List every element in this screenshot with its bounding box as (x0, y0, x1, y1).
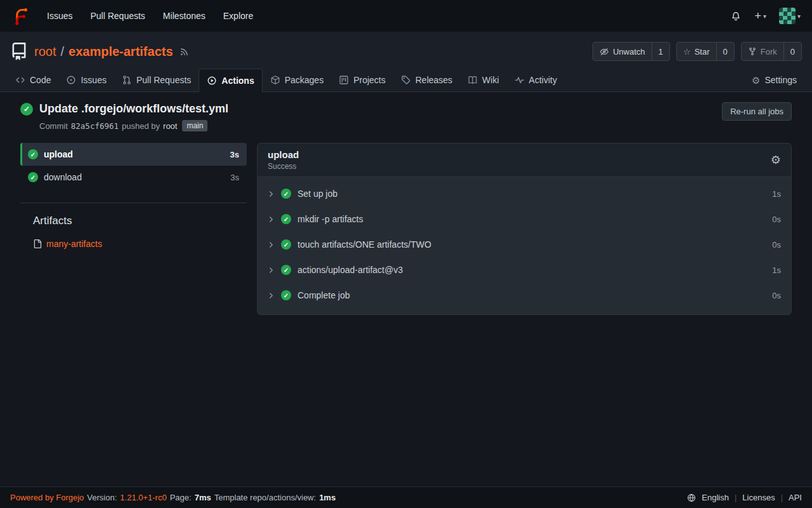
step-row[interactable]: ✓ touch artifacts/ONE artifacts/TWO 0s (258, 232, 791, 257)
navbar-item-milestones[interactable]: Milestones (163, 11, 206, 21)
job-success-icon: ✓ (28, 172, 38, 182)
job-success-icon: ✓ (28, 149, 38, 159)
star-button[interactable]: ☆ Star 0 (676, 42, 735, 61)
step-success-icon: ✓ (281, 265, 291, 275)
tab-wiki[interactable]: Wiki (460, 69, 506, 91)
forks-count[interactable]: 0 (783, 43, 801, 60)
chevron-right-icon (268, 267, 275, 274)
step-row[interactable]: ✓ Set up job 1s (258, 181, 791, 206)
licenses-link[interactable]: Licenses (742, 493, 775, 502)
step-duration: 0s (772, 291, 781, 300)
language-selector[interactable]: English (702, 493, 729, 502)
notifications-button[interactable] (730, 10, 742, 22)
steps-list: ✓ Set up job 1s ✓ mkdir -p artifacts 0s … (258, 177, 791, 314)
tab-releases[interactable]: Releases (393, 69, 460, 91)
pushed-by-label: pushed by (122, 121, 160, 131)
forgejo-logo[interactable] (11, 6, 30, 25)
repo-icon (10, 43, 28, 60)
top-navbar: Issues Pull Requests Milestones Explore … (0, 0, 812, 32)
step-label: Set up job (298, 189, 337, 199)
pull-request-icon (122, 75, 132, 85)
navbar-right: + ▾ ▾ (730, 8, 801, 24)
step-duration: 1s (772, 265, 781, 275)
tab-label: Actions (221, 76, 254, 86)
chevron-right-icon (268, 292, 275, 299)
run-success-icon: ✓ (20, 103, 33, 116)
rerun-all-jobs-button[interactable]: Re-run all jobs (722, 102, 792, 121)
user-menu[interactable]: ▾ (779, 8, 801, 24)
page-time-label: Page: (170, 493, 192, 502)
navbar-item-pull-requests[interactable]: Pull Requests (90, 11, 145, 21)
repo-tabs: Code Issues Pull Requests Actions Packag… (0, 69, 812, 92)
navbar-item-issues[interactable]: Issues (47, 11, 72, 21)
unwatch-button[interactable]: Unwatch 1 (593, 42, 670, 61)
tab-label: Wiki (482, 75, 499, 85)
tab-pull-requests[interactable]: Pull Requests (114, 69, 199, 91)
job-detail-name: upload (268, 149, 299, 160)
tab-projects[interactable]: Projects (331, 69, 393, 91)
step-row[interactable]: ✓ Complete job 0s (258, 283, 791, 308)
commit-author-link[interactable]: root (163, 121, 177, 131)
fork-label: Fork (761, 47, 777, 57)
commit-sha-link[interactable]: 82a5cf6961 (71, 121, 119, 131)
tab-actions[interactable]: Actions (199, 69, 262, 92)
tab-packages[interactable]: Packages (263, 69, 331, 91)
tab-issues[interactable]: Issues (58, 69, 114, 91)
fork-button[interactable]: Fork 0 (741, 42, 802, 61)
job-detail-status: Success (268, 162, 299, 171)
repo-name-link[interactable]: example-artifacts (69, 44, 173, 59)
issue-icon (66, 75, 76, 85)
watchers-count[interactable]: 1 (652, 43, 669, 60)
rss-icon[interactable] (180, 47, 189, 57)
unwatch-label: Unwatch (613, 47, 645, 57)
version-label: Version: (87, 493, 117, 502)
sidebar-divider (20, 203, 247, 203)
step-row[interactable]: ✓ mkdir -p artifacts 0s (258, 206, 791, 232)
job-row-download[interactable]: ✓ download 3s (20, 166, 247, 189)
job-options-gear-icon[interactable]: ⚙ (771, 153, 781, 167)
globe-icon (687, 493, 696, 502)
step-row[interactable]: ✓ actions/upload-artifact@v3 1s (258, 257, 791, 283)
job-row-upload[interactable]: ✓ upload 3s (20, 143, 247, 166)
tab-label: Issues (81, 75, 106, 85)
caret-down-icon: ▾ (763, 13, 766, 20)
branch-badge[interactable]: main (182, 120, 207, 131)
stars-count[interactable]: 0 (716, 43, 734, 60)
job-duration: 3s (230, 173, 239, 182)
fork-icon (748, 47, 757, 56)
tab-code[interactable]: Code (8, 69, 58, 91)
run-body: ✓ upload 3s ✓ download 3s Artifacts (20, 143, 792, 315)
artifact-download-link[interactable]: many-artifacts (46, 239, 102, 249)
gear-icon: ⚙ (752, 76, 760, 85)
powered-by-link[interactable]: Powered by Forgejo (10, 493, 84, 502)
repo-owner-link[interactable]: root (34, 44, 56, 59)
run-header: ✓ Update .forgejo/workflows/test.yml Com… (20, 102, 792, 131)
avatar (779, 8, 796, 24)
artifacts-heading: Artifacts (33, 215, 247, 227)
create-new-menu[interactable]: + ▾ (754, 10, 766, 22)
footer-right: English | Licenses | API (687, 493, 802, 502)
chevron-right-icon (268, 241, 275, 248)
footer-divider: | (735, 493, 737, 502)
book-icon (468, 75, 478, 85)
job-detail-header: upload Success ⚙ (258, 144, 791, 177)
artifact-item[interactable]: many-artifacts (33, 239, 247, 249)
step-success-icon: ✓ (281, 239, 291, 250)
api-link[interactable]: API (789, 493, 802, 502)
footer-divider: | (781, 493, 783, 502)
step-success-icon: ✓ (281, 214, 291, 224)
navbar-links: Issues Pull Requests Milestones Explore (47, 11, 253, 21)
repo-title-row: root / example-artifacts U (0, 32, 812, 61)
actions-run-view: ✓ Update .forgejo/workflows/test.yml Com… (0, 92, 812, 486)
tab-settings[interactable]: ⚙ Settings (744, 69, 804, 91)
navbar-item-explore[interactable]: Explore (223, 11, 253, 21)
step-success-icon: ✓ (281, 290, 291, 300)
version-link[interactable]: 1.21.0+1-rc0 (120, 493, 166, 502)
pulse-icon (514, 75, 525, 85)
step-success-icon: ✓ (281, 189, 291, 199)
tab-label: Packages (285, 75, 324, 85)
tab-activity[interactable]: Activity (507, 69, 565, 91)
forgejo-logo-icon (11, 6, 30, 25)
star-icon: ☆ (683, 47, 691, 57)
play-circle-icon (207, 76, 217, 86)
